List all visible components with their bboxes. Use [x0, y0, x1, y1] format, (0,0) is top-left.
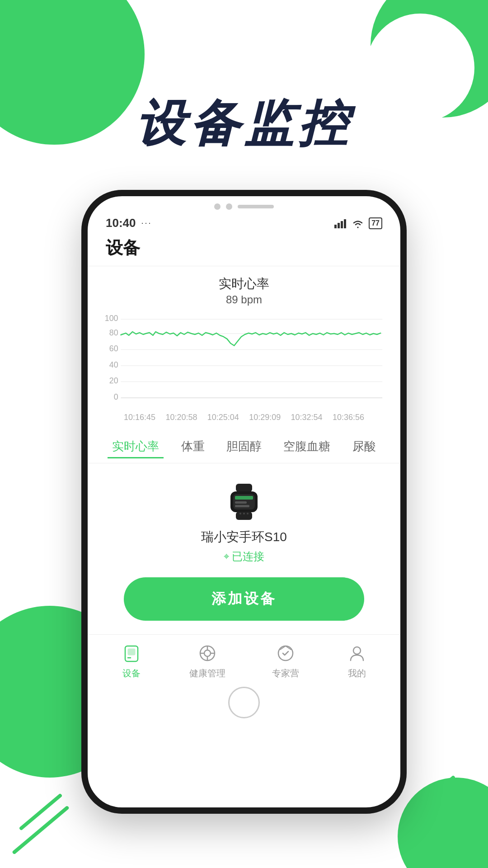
- nav-label-health: 健康管理: [189, 667, 225, 679]
- svg-rect-20: [235, 501, 247, 504]
- metrics-tabs: 实时心率 体重 胆固醇 空腹血糖 尿酸: [88, 427, 400, 463]
- svg-rect-19: [235, 496, 253, 500]
- notch-bar: [238, 205, 274, 208]
- screen-header: 设备: [88, 232, 400, 266]
- device-name: 瑞小安手环S10: [201, 528, 287, 546]
- chart-value: 89 bpm: [101, 293, 387, 306]
- page-title: 设备监控: [0, 90, 488, 158]
- status-icons: 77: [334, 217, 382, 229]
- home-indicator: [88, 682, 400, 726]
- add-device-section: 添加设备: [88, 573, 400, 634]
- nav-label-expert: 专家营: [272, 667, 299, 679]
- svg-rect-3: [344, 219, 346, 228]
- status-bar: 10:40 ··· 77: [88, 214, 400, 232]
- status-time: 10:40: [106, 216, 136, 230]
- svg-text:20: 20: [109, 376, 118, 385]
- device-section: 瑞小安手环S10 ⌖ 已连接: [88, 463, 400, 573]
- svg-text:0: 0: [114, 392, 118, 401]
- notch-dot-1: [214, 203, 221, 210]
- x-label-3: 10:25:04: [207, 413, 239, 422]
- tab-weight[interactable]: 体重: [177, 436, 209, 458]
- chart-x-labels: 10:16:45 10:20:58 10:25:04 10:29:09 10:3…: [101, 411, 387, 422]
- screen-title: 设备: [106, 238, 140, 257]
- nav-item-my[interactable]: 我的: [346, 642, 368, 679]
- home-button[interactable]: [228, 687, 260, 718]
- nav-item-expert[interactable]: 专家营: [272, 642, 299, 679]
- nav-label-my: 我的: [348, 667, 366, 679]
- nav-label-device: 设备: [122, 667, 141, 679]
- svg-rect-1: [338, 223, 340, 228]
- nav-item-device[interactable]: 设备: [120, 642, 143, 679]
- svg-text:40: 40: [109, 360, 118, 369]
- status-dots: ···: [141, 218, 152, 228]
- svg-text:60: 60: [109, 344, 118, 353]
- svg-rect-0: [334, 225, 337, 228]
- add-device-button[interactable]: 添加设备: [124, 577, 364, 621]
- bg-stripe-left-2: [19, 793, 62, 830]
- nav-device-icon: [120, 642, 143, 665]
- svg-point-23: [243, 513, 245, 514]
- svg-rect-2: [341, 221, 343, 228]
- battery-level: 77: [371, 219, 380, 227]
- svg-rect-16: [236, 484, 252, 492]
- phone-screen: 10:40 ··· 77: [81, 190, 407, 814]
- x-label-5: 10:32:54: [291, 413, 323, 422]
- svg-text:80: 80: [109, 328, 118, 337]
- svg-point-36: [353, 647, 361, 654]
- bottom-nav: 设备 健康管理: [88, 634, 400, 682]
- chart-svg: 100 80 60 40 20 0: [101, 311, 387, 411]
- x-label-2: 10:20:58: [165, 413, 197, 422]
- svg-rect-27: [128, 649, 135, 655]
- battery-icon: 77: [369, 217, 382, 229]
- chart-title: 实时心率: [101, 275, 387, 292]
- svg-point-35: [278, 646, 293, 660]
- device-image: [217, 481, 271, 522]
- chart-section: 实时心率 89 bpm 100 80 60 40 20 0: [88, 266, 400, 427]
- nav-my-icon: [346, 642, 368, 665]
- signal-icon: [334, 218, 347, 228]
- tab-uric-acid[interactable]: 尿酸: [348, 436, 380, 458]
- nav-expert-icon: [274, 642, 297, 665]
- bluetooth-icon: ⌖: [224, 551, 229, 562]
- tab-blood-sugar[interactable]: 空腹血糖: [279, 436, 335, 458]
- bg-decor-bottom-right: [398, 778, 488, 868]
- phone-mockup: 10:40 ··· 77: [81, 190, 407, 814]
- device-status: ⌖ 已连接: [224, 549, 264, 564]
- phone-notch: [88, 196, 400, 214]
- svg-point-25: [247, 513, 249, 514]
- x-label-4: 10:29:09: [249, 413, 281, 422]
- nav-health-icon: [196, 642, 219, 665]
- x-label-6: 10:36:56: [333, 413, 364, 422]
- x-label-1: 10:16:45: [124, 413, 155, 422]
- notch-dot-2: [226, 203, 232, 210]
- wifi-icon: [352, 218, 364, 228]
- svg-rect-21: [235, 505, 249, 507]
- tab-cholesterol[interactable]: 胆固醇: [222, 436, 266, 458]
- svg-point-30: [204, 650, 211, 656]
- heart-rate-chart: 100 80 60 40 20 0: [101, 311, 387, 411]
- tab-heart-rate[interactable]: 实时心率: [108, 436, 164, 458]
- svg-point-24: [239, 513, 241, 514]
- connection-status: 已连接: [232, 549, 264, 564]
- nav-item-health[interactable]: 健康管理: [189, 642, 225, 679]
- svg-text:100: 100: [105, 314, 118, 323]
